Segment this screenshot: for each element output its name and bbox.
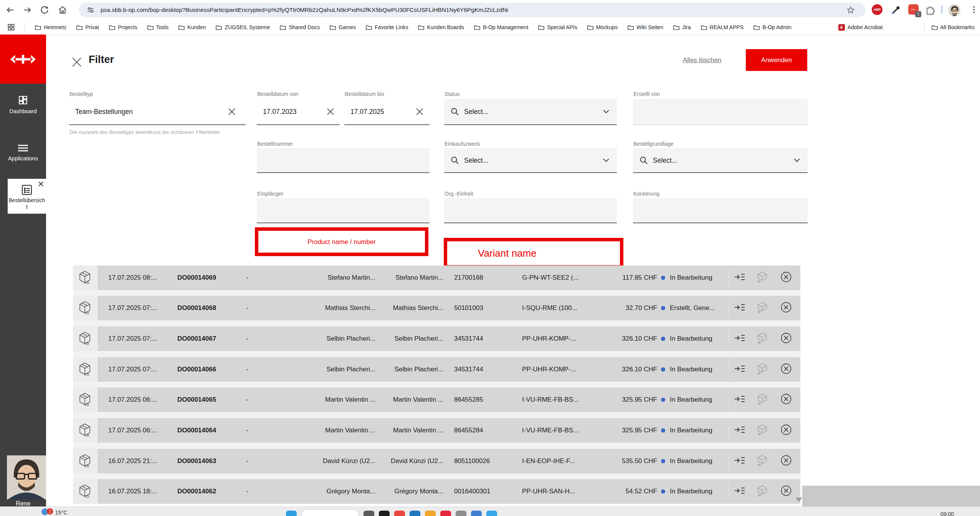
teams-icon[interactable] (286, 511, 297, 516)
sidebar-item-dashboard[interactable]: Dashboard (0, 95, 46, 114)
bookmark-folder[interactable]: Tools (147, 24, 169, 30)
bookmark-adobe-acrobat[interactable]: A Adobe Acrobat (838, 24, 883, 31)
taskbar-weather-widget[interactable]: 2 15°C (41, 508, 67, 516)
transfer-order-button[interactable] (734, 271, 747, 284)
order-number[interactable]: DO00014063 (177, 457, 216, 465)
cancel-order-button[interactable] (780, 424, 793, 437)
apps-grid-icon[interactable] (8, 24, 15, 31)
sidebar-item-bestelluebersicht[interactable]: Bestellübersicht (8, 179, 46, 214)
order-number[interactable]: DO00014068 (177, 304, 216, 312)
order-number[interactable]: DO00014069 (177, 274, 216, 282)
order-row[interactable]: CB17.07.2025 08:...DO00014069-Stefano Ma… (73, 265, 800, 290)
transfer-order-button[interactable] (734, 393, 747, 406)
blue-app-icon[interactable] (471, 511, 482, 516)
bookmark-folder[interactable]: Jira (673, 24, 691, 30)
close-tab-icon[interactable] (38, 181, 44, 187)
bestelltyp-field[interactable]: Team-Bestellungen (69, 99, 246, 125)
order-row[interactable]: CB16.07.2025 21:...DO00014063-David Künz… (73, 449, 800, 473)
bookmark-folder[interactable]: Privat (76, 24, 99, 30)
bookmark-folder[interactable]: Heimnetz (35, 24, 66, 30)
transfer-order-button[interactable] (734, 363, 747, 376)
apply-filters-button[interactable]: Anwenden (746, 49, 807, 71)
reload-icon[interactable] (40, 5, 50, 15)
bookmark-folder[interactable]: Kunden (178, 24, 206, 30)
url-text[interactable]: psa.sbb.b-op.com/bop-desktop?BusinessPar… (101, 7, 826, 13)
bookmark-folder[interactable]: Games (330, 24, 356, 30)
transfer-order-button[interactable] (734, 485, 747, 498)
home-icon[interactable] (58, 5, 68, 15)
bookmark-star-icon[interactable] (846, 6, 855, 14)
bookmark-folder[interactable]: Shared Docs (280, 24, 320, 30)
forward-icon[interactable] (23, 5, 33, 15)
bookmark-folder[interactable]: REALM APPS (701, 24, 744, 30)
order-number[interactable]: DO00014062 (177, 488, 216, 495)
adblock-extension-icon[interactable]: ABP (872, 4, 882, 15)
lightblue-app-icon[interactable] (486, 511, 497, 516)
datum-bis-field[interactable]: 17.07.2025 (344, 99, 430, 125)
order-row[interactable]: CB17.07.2025 06:...DO00014064-Martin Val… (73, 418, 800, 443)
clear-bestelltyp-icon[interactable] (227, 107, 236, 116)
bookmark-folder[interactable]: Wiki Seiten (628, 24, 663, 30)
cancel-order-button[interactable] (780, 393, 793, 406)
address-bar[interactable]: psa.sbb.b-op.com/bop-desktop?BusinessPar… (79, 3, 866, 17)
scroll-down-indicator[interactable] (795, 498, 802, 502)
bookmark-folder[interactable]: Projects (109, 24, 137, 30)
browser-red-icon[interactable] (394, 511, 405, 516)
all-bookmarks-button[interactable]: All Bookmarks (932, 24, 975, 30)
transfer-order-button[interactable] (734, 332, 747, 345)
order-number[interactable]: DO00014064 (177, 427, 216, 434)
cancel-order-button[interactable] (780, 455, 793, 468)
cancel-order-button[interactable] (780, 363, 793, 376)
kontierung-field[interactable] (633, 198, 808, 223)
user-avatar[interactable] (7, 455, 46, 500)
gray-app-icon[interactable] (456, 511, 466, 516)
order-number[interactable]: DO00014065 (177, 396, 216, 404)
bookmark-folder[interactable]: B-Op Management (474, 24, 528, 30)
bestellgrundlage-select[interactable]: Select... (633, 148, 808, 173)
search-pill[interactable] (301, 509, 359, 516)
einkaufszweck-select[interactable]: Select... (444, 148, 617, 173)
close-filter-icon[interactable] (71, 56, 83, 68)
back-icon[interactable] (5, 5, 15, 15)
status-select[interactable]: Select... (444, 99, 617, 125)
bookmark-folder[interactable]: Special APIs (538, 24, 577, 30)
bookmark-folder[interactable]: Favorite Links (366, 24, 408, 30)
red-extension-icon[interactable]: ...1 (908, 4, 919, 15)
terminal-icon[interactable] (379, 511, 390, 516)
extensions-puzzle-icon[interactable] (925, 4, 935, 15)
cancel-order-button[interactable] (780, 302, 793, 315)
browser-profile-avatar[interactable] (948, 4, 960, 16)
bookmark-folder[interactable]: Mockups (587, 24, 618, 30)
browser-menu-icon[interactable] (969, 5, 979, 15)
transfer-order-button[interactable] (734, 424, 747, 437)
order-row[interactable]: CB17.07.2025 07:...DO00014068-Mathias St… (73, 296, 800, 320)
clear-all-filters-link[interactable]: Alles löschen (683, 56, 721, 64)
cancel-order-button[interactable] (780, 271, 793, 284)
order-number[interactable]: DO00014067 (177, 335, 216, 343)
order-row[interactable]: CB17.07.2025 06:...DO00014065-Martin Val… (73, 387, 800, 412)
order-row[interactable]: CB17.07.2025 07:...DO00014066-Selbin Pla… (73, 357, 800, 382)
transfer-order-button[interactable] (734, 302, 747, 315)
bookmark-folder[interactable]: B-Op Admin (754, 24, 791, 30)
cancel-order-button[interactable] (780, 332, 793, 345)
order-row[interactable]: CB17.07.2025 07:...DO00014067-Selbin Pla… (73, 326, 800, 351)
eyedropper-extension-icon[interactable] (891, 4, 901, 15)
sbb-logo[interactable] (0, 35, 46, 84)
cancel-order-button[interactable] (780, 485, 793, 498)
clear-datum-bis-icon[interactable] (415, 107, 424, 116)
datum-von-field[interactable]: 17.07.2023 (257, 99, 340, 125)
org-einheit-field[interactable] (444, 198, 617, 223)
bookmark-folder[interactable]: ZUGSEIL Systeme (216, 24, 270, 30)
bestellnummer-field[interactable] (257, 148, 430, 173)
warning-icon[interactable] (425, 511, 436, 516)
sidebar-item-applications[interactable]: Applications (0, 144, 46, 162)
bookmark-folder[interactable]: Kunden Boards (418, 24, 464, 30)
vscode-icon[interactable] (410, 511, 420, 516)
order-number[interactable]: DO00014066 (177, 366, 216, 373)
empfaenger-field[interactable] (257, 198, 430, 223)
erstellt-von-field[interactable] (633, 99, 808, 125)
opera-icon[interactable] (440, 511, 451, 516)
clear-datum-von-icon[interactable] (326, 107, 335, 116)
transfer-order-button[interactable] (734, 455, 747, 468)
order-row[interactable]: CB16.07.2025 18:...DO00014062-Grégory Mo… (73, 479, 800, 504)
